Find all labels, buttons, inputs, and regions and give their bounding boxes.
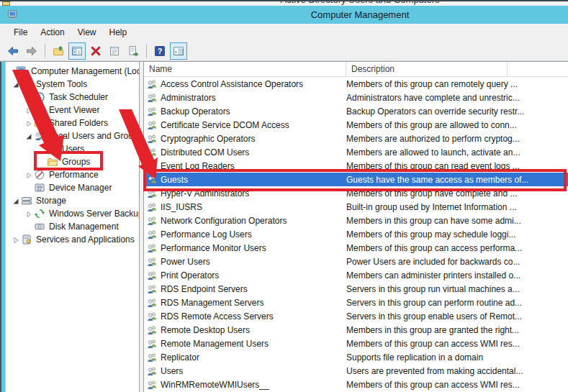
show-console-tree-button[interactable]: [68, 42, 86, 60]
show-action-pane-button[interactable]: [170, 42, 187, 60]
table-row[interactable]: RDS Remote Access ServersServers in this…: [144, 309, 568, 323]
window-title: Computer Management: [0, 9, 568, 20]
table-row[interactable]: ReplicatorSupports file replication in a…: [144, 350, 568, 364]
console-tree-icon: [71, 45, 83, 57]
collapse-icon[interactable]: [12, 236, 21, 243]
menu-file[interactable]: File: [7, 25, 34, 40]
table-row[interactable]: Distributed COM UsersMembers are allowed…: [144, 145, 568, 159]
tools-icon: [21, 78, 32, 90]
toolbar: [0, 41, 568, 61]
column-header-spacer: [508, 62, 568, 76]
group-icon: [146, 338, 158, 350]
table-row-selected[interactable]: GuestsGuests have the same access as mem…: [144, 173, 568, 186]
table-row[interactable]: Event Log ReadersMembers of this group c…: [144, 159, 568, 173]
table-row[interactable]: Cryptographic OperatorsMembers are autho…: [144, 132, 568, 145]
back-button[interactable]: [4, 42, 22, 60]
back-arrow-icon: [7, 45, 19, 57]
tree-item-windows-server-backup[interactable]: Windows Server Backup: [6, 207, 139, 220]
window-left-border: [0, 62, 6, 392]
backup-arrows-icon: [34, 208, 45, 219]
group-icon: [146, 160, 158, 172]
table-row[interactable]: Performance Log UsersMembers of this gro…: [144, 227, 568, 241]
action-pane-icon: [173, 45, 184, 57]
table-row[interactable]: AdministratorsAdministrators have comple…: [144, 91, 568, 104]
collapse-icon[interactable]: [25, 171, 34, 178]
collapse-icon[interactable]: [25, 106, 34, 114]
users-group-icon: [34, 130, 45, 142]
group-icon: [146, 297, 158, 309]
log-book-icon: [34, 104, 45, 116]
title-bar[interactable]: Computer Management: [0, 6, 568, 24]
delete-x-icon: [90, 45, 102, 57]
group-icon: [146, 324, 158, 336]
group-icon: [146, 311, 158, 322]
table-row[interactable]: UsersUsers are prevented from making acc…: [144, 364, 568, 378]
group-icon: [146, 379, 158, 391]
folder-icon: [47, 156, 58, 168]
toolbar-separator: [45, 44, 45, 58]
expand-icon[interactable]: [12, 197, 21, 204]
group-icon: [146, 352, 158, 363]
background-window-strip: Active Directory Users and Computers: [0, 0, 568, 6]
table-row[interactable]: Hyper-V AdministratorsMembers of this gr…: [144, 186, 568, 200]
tree-item-performance[interactable]: Performance: [6, 168, 139, 181]
group-icon: [146, 188, 158, 199]
group-icon: [146, 365, 158, 377]
tree-item-task-scheduler[interactable]: Task Scheduler: [6, 91, 139, 104]
table-row[interactable]: Power UsersPower Users are included for …: [144, 255, 568, 268]
groups-list: Name Description Access Control Assistan…: [143, 62, 568, 392]
tree-item-services-and-applications[interactable]: Services and Applications: [6, 233, 139, 246]
group-icon: [146, 201, 158, 213]
column-header-description[interactable]: Description: [346, 62, 508, 76]
table-row[interactable]: RDS Management ServersServers in this gr…: [144, 296, 568, 309]
computer-icon: [16, 65, 27, 77]
expand-icon[interactable]: [12, 81, 21, 88]
table-row[interactable]: Access Control Assistance OperatorsMembe…: [144, 77, 568, 91]
table-row[interactable]: Remote Management UsersMembers of this g…: [144, 337, 568, 350]
tree-item-local-users-and-groups[interactable]: Local Users and Groups: [6, 129, 139, 142]
export-list-button[interactable]: [125, 42, 142, 60]
gauge-icon: [34, 169, 45, 181]
tree-item-system-tools[interactable]: System Tools: [6, 78, 139, 91]
collapse-icon[interactable]: [25, 119, 34, 127]
clock-icon: [34, 91, 45, 103]
table-row[interactable]: Print OperatorsMembers can administer pr…: [144, 268, 568, 282]
tree-item-users[interactable]: Users: [6, 142, 139, 155]
expand-icon[interactable]: [25, 132, 34, 140]
collapse-icon[interactable]: [25, 210, 34, 217]
group-icon: [146, 92, 158, 104]
delete-button[interactable]: [87, 42, 104, 60]
forward-button[interactable]: [23, 42, 40, 60]
folder-icon: [47, 143, 58, 155]
up-one-level-button[interactable]: [50, 42, 67, 60]
tree-item-groups[interactable]: Groups: [6, 155, 139, 168]
table-row[interactable]: Remote Desktop UsersMembers in this grou…: [144, 323, 568, 337]
group-icon: [146, 133, 158, 145]
help-button[interactable]: [151, 42, 168, 60]
tree-item-shared-folders[interactable]: Shared Folders: [6, 117, 139, 129]
disk-icon: [34, 221, 45, 232]
tree-item-disk-management[interactable]: Disk Management: [6, 220, 139, 233]
tree-item-device-manager[interactable]: Device Manager: [6, 181, 139, 194]
table-row[interactable]: IIS_IUSRSBuilt-in group used by Internet…: [144, 200, 568, 214]
properties-button[interactable]: [106, 42, 123, 60]
menu-action[interactable]: Action: [34, 25, 71, 40]
tree-item-storage[interactable]: Storage: [6, 194, 139, 207]
background-window-title: Active Directory Users and Computers: [76, 0, 568, 5]
group-icon: [146, 78, 158, 90]
table-row[interactable]: Certificate Service DCOM AccessMembers o…: [144, 118, 568, 132]
table-row[interactable]: Network Configuration OperatorsMembers i…: [144, 214, 568, 227]
tree-item-event-viewer[interactable]: Event Viewer: [6, 104, 139, 117]
group-icon: [146, 283, 158, 295]
menu-view[interactable]: View: [71, 25, 103, 40]
console-tree: Computer Management (Local System Tools …: [6, 62, 140, 392]
table-row[interactable]: RDS Endpoint ServersServers in this grou…: [144, 282, 568, 296]
list-header: Name Description: [144, 62, 568, 77]
table-row[interactable]: Backup OperatorsBackup Operators can ove…: [144, 104, 568, 118]
table-row[interactable]: WinRMRemoteWMIUsers__Members of this gro…: [144, 378, 568, 391]
column-header-name[interactable]: Name: [144, 62, 346, 76]
menu-help[interactable]: Help: [103, 25, 134, 40]
table-row[interactable]: Performance Monitor UsersMembers of this…: [144, 241, 568, 255]
tree-item-computer-management[interactable]: Computer Management (Local: [6, 65, 139, 78]
collapse-icon[interactable]: [25, 94, 34, 101]
